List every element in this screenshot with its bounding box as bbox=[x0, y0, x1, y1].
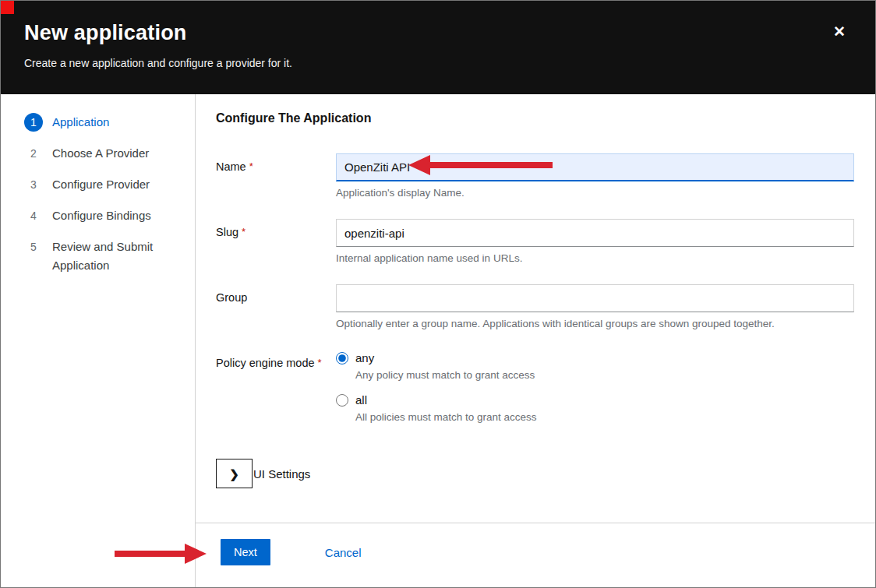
step-number: 1 bbox=[24, 113, 43, 132]
step-label: Choose A Provider bbox=[52, 144, 149, 163]
slug-field-row: Slug* Internal application name used in … bbox=[216, 219, 854, 264]
step-label: Application bbox=[52, 113, 109, 132]
wizard-main: Configure The Application Name* Applicat… bbox=[196, 94, 875, 588]
name-field-row: Name* Application's display Name. bbox=[216, 153, 854, 199]
close-icon: ✕ bbox=[833, 23, 846, 40]
policy-mode-any-radio[interactable] bbox=[336, 352, 348, 364]
group-helper: Optionally enter a group name. Applicati… bbox=[336, 318, 854, 329]
policy-engine-mode-row: Policy engine mode* any Any policy must … bbox=[216, 350, 854, 434]
policy-mode-all-label[interactable]: all bbox=[355, 393, 367, 407]
wizard-step-review-and-submit[interactable]: 5 Review and Submit Application bbox=[24, 238, 184, 275]
step-number: 4 bbox=[24, 206, 43, 225]
form-content: Configure The Application Name* Applicat… bbox=[196, 94, 875, 523]
slug-label: Slug* bbox=[216, 219, 336, 264]
wizard-step-application[interactable]: 1 Application bbox=[24, 113, 184, 132]
required-marker: * bbox=[249, 160, 253, 172]
policy-mode-all-option: all bbox=[336, 392, 854, 407]
cancel-button[interactable]: Cancel bbox=[325, 539, 362, 559]
step-label: Configure Bindings bbox=[52, 206, 151, 225]
wizard-step-configure-bindings[interactable]: 4 Configure Bindings bbox=[24, 206, 184, 225]
slug-helper: Internal application name used in URLs. bbox=[336, 252, 854, 264]
group-field-row: Group Optionally enter a group name. App… bbox=[216, 284, 854, 329]
ui-settings-toggle-button[interactable]: ❯ bbox=[216, 459, 253, 488]
step-number: 3 bbox=[24, 175, 43, 194]
step-label: Configure Provider bbox=[52, 175, 150, 194]
required-marker: * bbox=[318, 357, 322, 368]
name-label: Name* bbox=[216, 153, 336, 199]
ui-settings-expander: ❯ UI Settings bbox=[216, 459, 854, 488]
new-application-modal: New application Create a new application… bbox=[0, 0, 876, 588]
ui-settings-label: UI Settings bbox=[253, 467, 310, 481]
modal-footer: Next Cancel bbox=[196, 523, 875, 588]
modal-body: 1 Application 2 Choose A Provider 3 Conf… bbox=[1, 94, 875, 588]
policy-mode-any-label[interactable]: any bbox=[355, 351, 374, 364]
step-label: Review and Submit Application bbox=[52, 238, 184, 275]
group-label: Group bbox=[216, 284, 336, 329]
step-number: 2 bbox=[24, 144, 43, 163]
policy-engine-mode-label: Policy engine mode* bbox=[216, 350, 336, 434]
step-number: 5 bbox=[24, 238, 43, 256]
close-button[interactable]: ✕ bbox=[833, 24, 846, 39]
wizard-step-choose-a-provider[interactable]: 2 Choose A Provider bbox=[24, 144, 184, 163]
wizard-step-configure-provider[interactable]: 3 Configure Provider bbox=[24, 175, 184, 194]
policy-mode-all-helper: All policies must match to grant access bbox=[355, 411, 854, 423]
modal-description: Create a new application and configure a… bbox=[24, 57, 847, 69]
next-button[interactable]: Next bbox=[221, 539, 270, 565]
modal-header: New application Create a new application… bbox=[1, 1, 875, 94]
policy-mode-any-option: any bbox=[336, 350, 854, 364]
slug-input[interactable] bbox=[336, 219, 854, 247]
policy-mode-all-radio[interactable] bbox=[336, 394, 348, 407]
wizard-sidebar: 1 Application 2 Choose A Provider 3 Conf… bbox=[1, 94, 196, 588]
chevron-right-icon: ❯ bbox=[229, 467, 239, 481]
name-helper: Application's display Name. bbox=[336, 187, 854, 199]
form-heading: Configure The Application bbox=[216, 111, 854, 125]
name-input[interactable] bbox=[336, 153, 854, 181]
group-input[interactable] bbox=[336, 284, 854, 312]
modal-title: New application bbox=[24, 21, 847, 45]
policy-mode-any-helper: Any policy must match to grant access bbox=[355, 369, 854, 381]
required-marker: * bbox=[242, 226, 245, 238]
red-corner-marker bbox=[1, 1, 14, 14]
